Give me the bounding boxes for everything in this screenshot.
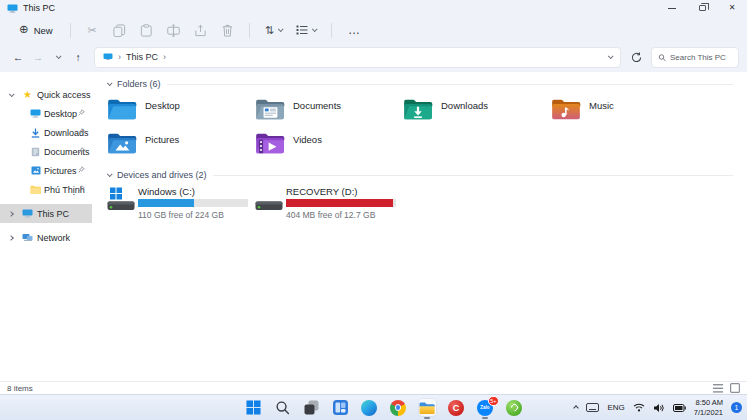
network-icon <box>22 232 33 243</box>
address-dropdown-icon[interactable] <box>608 53 614 59</box>
folder-tile-music[interactable]: Music <box>551 97 699 124</box>
videos-folder-icon <box>255 131 285 155</box>
green-app-button[interactable] <box>506 399 523 416</box>
details-view-icon[interactable] <box>713 384 723 393</box>
volume-icon[interactable] <box>653 403 665 413</box>
language-indicator[interactable]: ENG <box>607 403 624 412</box>
clock[interactable]: 8:50 AM 7/1/2021 <box>694 398 723 418</box>
close-icon: ✕ <box>729 4 736 12</box>
up-button[interactable]: ↑ <box>68 47 88 67</box>
drives-section-header[interactable]: Devices and drives (2) <box>107 170 747 180</box>
quick-access-star-icon: ★ <box>22 89 33 100</box>
minimize-button[interactable] <box>657 0 687 16</box>
start-button[interactable] <box>245 399 262 416</box>
sidebar-item-downloads[interactable]: Downloads <box>0 123 92 142</box>
this-pc-icon <box>7 4 18 13</box>
window-title: This PC <box>23 3 55 13</box>
touch-keyboard-icon[interactable] <box>586 403 599 412</box>
chevron-right-icon[interactable] <box>8 211 14 217</box>
sidebar-item-desktop[interactable]: Desktop <box>0 104 92 123</box>
ccleaner-button[interactable]: C <box>448 399 465 416</box>
sidebar-item-phu-thinh[interactable]: Phú Thịnh <box>0 180 92 199</box>
item-count: 8 items <box>7 384 33 393</box>
zalo-button[interactable]: Zalo 5+ <box>477 399 494 416</box>
folder-tile-videos[interactable]: Videos <box>255 131 403 158</box>
sidebar-item-label: Network <box>37 233 70 243</box>
sidebar-item-label: This PC <box>37 209 69 219</box>
battery-icon[interactable] <box>673 404 686 412</box>
chevron-down-icon <box>56 53 62 59</box>
refresh-button[interactable] <box>626 47 646 67</box>
sort-button[interactable]: ⇅ <box>258 21 289 40</box>
file-explorer-button[interactable] <box>419 399 436 416</box>
drives-grid: Windows (C:) 110 GB free of 224 GB <box>107 186 747 220</box>
minimize-icon <box>668 8 676 9</box>
drive-tile-windows-c[interactable]: Windows (C:) 110 GB free of 224 GB <box>107 186 255 220</box>
close-button[interactable]: ✕ <box>717 0 747 16</box>
sidebar-item-this-pc[interactable]: This PC <box>0 204 92 223</box>
toolbar-divider <box>331 23 332 38</box>
large-icons-view-icon[interactable] <box>730 383 740 393</box>
chevron-down-icon <box>107 171 113 177</box>
chrome-core <box>395 404 402 411</box>
taskbar-center: C Zalo 5+ <box>245 395 523 420</box>
maximize-button[interactable] <box>687 0 717 16</box>
edge-icon <box>361 400 377 416</box>
hidden-icons-button[interactable] <box>574 405 580 411</box>
task-view-button[interactable] <box>303 399 320 416</box>
pin-icon <box>78 109 85 116</box>
downloads-icon <box>30 127 41 138</box>
view-button[interactable] <box>289 21 323 39</box>
sidebar-item-quick-access[interactable]: ★ Quick access <box>0 85 92 104</box>
drive-info: Windows (C:) 110 GB free of 224 GB <box>138 186 248 220</box>
chevron-down-icon <box>278 26 284 32</box>
section-divider <box>167 84 733 85</box>
recent-locations-button <box>48 47 68 67</box>
chevron-down-icon[interactable] <box>9 91 15 97</box>
folder-label: Videos <box>293 134 322 158</box>
search-input[interactable] <box>670 53 732 62</box>
breadcrumb-separator: › <box>118 52 121 62</box>
downloads-folder-icon <box>403 97 433 121</box>
folder-tile-downloads[interactable]: Downloads <box>403 97 551 124</box>
widgets-button[interactable] <box>332 399 349 416</box>
folder-label: Downloads <box>441 100 488 124</box>
sort-icon: ⇅ <box>265 25 274 36</box>
pin-icon <box>78 147 85 154</box>
folder-tile-pictures[interactable]: Pictures <box>107 131 255 158</box>
delete-icon <box>221 24 234 37</box>
pictures-icon <box>30 165 41 176</box>
ccleaner-icon: C <box>448 400 464 416</box>
back-button[interactable]: ← <box>8 47 28 67</box>
restore-icon <box>699 5 706 11</box>
wifi-icon[interactable] <box>633 403 645 412</box>
view-toggles <box>713 383 740 393</box>
chevron-right-icon[interactable] <box>8 235 14 241</box>
share-button <box>187 19 214 41</box>
search-icon <box>275 400 290 415</box>
folders-grid: Desktop <box>107 97 747 158</box>
breadcrumb-this-pc[interactable]: This PC <box>126 52 158 62</box>
notification-badge[interactable]: 1 <box>731 402 742 413</box>
edge-button[interactable] <box>361 399 378 416</box>
folder-tile-desktop[interactable]: Desktop <box>107 97 255 124</box>
sidebar-item-documents[interactable]: Documents <box>0 142 92 161</box>
drive-name: Windows (C:) <box>138 186 248 197</box>
folder-tile-documents[interactable]: Documents <box>255 97 403 124</box>
drives-section-title: Devices and drives (2) <box>117 170 207 180</box>
zalo-unread-badge: 5+ <box>488 396 498 406</box>
drive-tile-recovery-d[interactable]: RECOVERY (D:) 404 MB free of 12.7 GB <box>255 186 403 220</box>
sidebar-item-pictures[interactable]: Pictures <box>0 161 92 180</box>
address-bar[interactable]: › This PC › <box>94 47 621 68</box>
chrome-button[interactable] <box>390 399 407 416</box>
paste-button <box>133 19 160 41</box>
new-button-label: New <box>34 25 53 36</box>
taskbar-search-button[interactable] <box>274 399 291 416</box>
sidebar-item-network[interactable]: Network <box>0 228 92 247</box>
clock-time: 8:50 AM <box>694 398 723 408</box>
cut-button: ✂ <box>79 19 106 41</box>
drive-name: RECOVERY (D:) <box>286 186 396 197</box>
new-button[interactable]: ⊕ New <box>10 20 62 40</box>
folders-section-header[interactable]: Folders (6) <box>107 79 747 89</box>
more-options-button[interactable]: … <box>340 23 369 37</box>
